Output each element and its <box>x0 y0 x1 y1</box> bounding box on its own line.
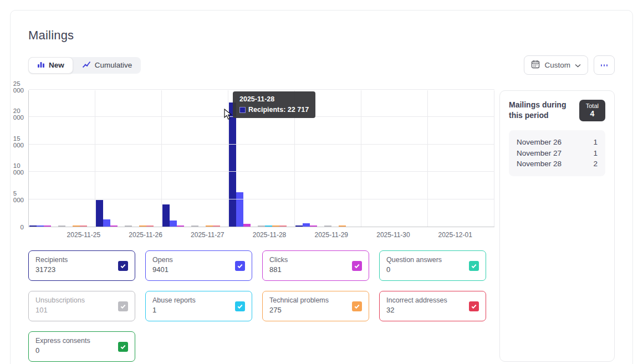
metric-card-technical-problems[interactable]: Technical problems275 <box>262 291 369 321</box>
bar-opens[interactable] <box>303 223 310 227</box>
bar-opens[interactable] <box>37 225 44 227</box>
bar-group-2025-11-27[interactable] <box>162 90 228 227</box>
metric-value: 101 <box>35 306 128 314</box>
metric-checkbox[interactable] <box>235 261 245 271</box>
metric-checkbox[interactable] <box>118 261 128 271</box>
metric-card-opens[interactable]: Opens9401 <box>145 250 252 281</box>
bar-clicks[interactable] <box>110 225 118 227</box>
metric-value: 1 <box>152 306 245 314</box>
bar-unsubscriptions[interactable] <box>125 225 132 227</box>
metric-card-unsubscriptions[interactable]: Unsubscriptions101 <box>28 291 135 321</box>
more-options-button[interactable] <box>594 55 615 75</box>
y-tick-label: 25 000 <box>13 80 24 94</box>
bar-technical-problems[interactable] <box>206 225 213 227</box>
bar-group-2025-11-26[interactable] <box>95 90 162 227</box>
view-toggle-group: New Cumulative <box>28 57 141 74</box>
calendar-icon <box>531 60 540 70</box>
metric-card-abuse-reports[interactable]: Abuse reports1 <box>145 291 252 321</box>
metric-checkbox[interactable] <box>235 301 245 311</box>
metric-card-clicks[interactable]: Clicks881 <box>262 250 369 281</box>
bar-recipients[interactable] <box>29 225 37 227</box>
metric-label: Incorrect addresses <box>386 296 479 304</box>
toolbar: New Cumulative Custom <box>28 55 615 75</box>
bar-incorrect-addresses[interactable] <box>146 225 154 227</box>
metric-label: Abuse reports <box>152 296 245 304</box>
bar-technical-problems[interactable] <box>73 225 80 227</box>
metric-card-incorrect-addresses[interactable]: Incorrect addresses32 <box>379 291 486 321</box>
tab-new-label: New <box>49 61 64 69</box>
y-tick-label: 5 000 <box>13 190 24 203</box>
bar-recipients[interactable] <box>295 225 303 227</box>
bar-clicks[interactable] <box>310 225 317 227</box>
summary-row-label: November 28 <box>517 158 562 170</box>
plot-area[interactable]: 2025-11-28 Recipients: 22 717 <box>28 90 494 227</box>
bar-chart-icon <box>37 61 45 70</box>
metric-value: 0 <box>386 265 479 274</box>
bar-recipients[interactable] <box>96 200 103 227</box>
tab-cumulative-label: Cumulative <box>95 61 132 69</box>
metric-label: Express consents <box>35 337 128 345</box>
tooltip-text: Recipients: 22 717 <box>248 106 309 114</box>
metric-card-recipients[interactable]: Recipients31723 <box>28 250 135 281</box>
metric-checkbox[interactable] <box>352 261 362 271</box>
bar-clicks[interactable] <box>44 225 51 227</box>
x-tick-label: 2025-11-30 <box>363 227 425 239</box>
bar-technical-problems[interactable] <box>339 225 346 227</box>
bar-group-2025-11-30[interactable] <box>361 90 428 227</box>
metric-label: Recipients <box>35 256 128 264</box>
metric-value: 0 <box>35 346 128 355</box>
metric-checkbox[interactable] <box>118 342 128 352</box>
date-range-button[interactable]: Custom <box>524 55 588 75</box>
bar-unsubscriptions[interactable] <box>258 225 265 227</box>
total-badge: Total 4 <box>579 100 605 121</box>
bar-group-2025-12-01[interactable] <box>428 90 494 227</box>
mailings-chart: 05 00010 00015 00020 00025 000 2025-11-2… <box>28 90 486 227</box>
bar-incorrect-addresses[interactable] <box>80 225 87 227</box>
metric-value: 9401 <box>152 265 245 274</box>
x-tick-label: 2025-11-26 <box>115 227 177 239</box>
bar-unsubscriptions[interactable] <box>58 225 65 227</box>
metric-card-question-answers[interactable]: Question answers0 <box>379 250 486 281</box>
total-label: Total <box>586 102 599 109</box>
chart-tooltip: 2025-11-28 Recipients: 22 717 <box>233 91 315 118</box>
metric-label: Unsubscriptions <box>35 296 128 304</box>
bar-group-2025-11-25[interactable] <box>29 90 95 227</box>
metric-card-express-consents[interactable]: Express consents0 <box>28 331 135 362</box>
summary-title: Mailings during this period <box>509 100 574 121</box>
metric-label: Question answers <box>386 256 479 264</box>
bar-opens[interactable] <box>236 192 243 227</box>
bar-recipients[interactable] <box>162 204 170 227</box>
bar-clicks[interactable] <box>243 224 251 227</box>
metric-checkbox[interactable] <box>469 301 479 311</box>
bar-incorrect-addresses[interactable] <box>279 225 287 227</box>
bar-unsubscriptions[interactable] <box>324 225 331 227</box>
bar-incorrect-addresses[interactable] <box>213 225 220 227</box>
summary-row-value: 2 <box>593 158 598 170</box>
bar-opens[interactable] <box>170 221 177 227</box>
bar-technical-problems[interactable] <box>272 225 279 227</box>
toolbar-right: Custom <box>524 55 615 75</box>
summary-row: November 271 <box>517 148 598 159</box>
chevron-down-icon <box>575 61 581 69</box>
tab-new[interactable]: New <box>28 57 73 74</box>
bar-clicks[interactable] <box>177 225 184 227</box>
y-tick-label: 10 000 <box>13 162 24 176</box>
summary-row: November 282 <box>517 158 598 170</box>
page-title: Mailings <box>28 28 615 43</box>
y-tick-label: 20 000 <box>13 107 24 121</box>
bar-abuse-reports[interactable] <box>265 225 272 227</box>
y-tick-label: 0 <box>21 224 24 230</box>
bar-opens[interactable] <box>103 219 110 227</box>
metric-checkbox[interactable] <box>352 301 362 311</box>
bar-technical-problems[interactable] <box>139 225 146 227</box>
content-row: 05 00010 00015 00020 00025 000 2025-11-2… <box>28 90 615 362</box>
x-tick-label: 2025-11-29 <box>300 227 363 239</box>
tooltip-date: 2025-11-28 <box>239 95 309 103</box>
x-tick-label: 2025-11-27 <box>176 227 238 239</box>
summary-row: November 261 <box>517 137 598 148</box>
metric-checkbox[interactable] <box>118 301 128 311</box>
tab-cumulative[interactable]: Cumulative <box>73 57 141 74</box>
metric-checkbox[interactable] <box>469 261 479 271</box>
x-tick-label: 2025-11-28 <box>238 227 300 239</box>
bar-unsubscriptions[interactable] <box>191 225 198 227</box>
